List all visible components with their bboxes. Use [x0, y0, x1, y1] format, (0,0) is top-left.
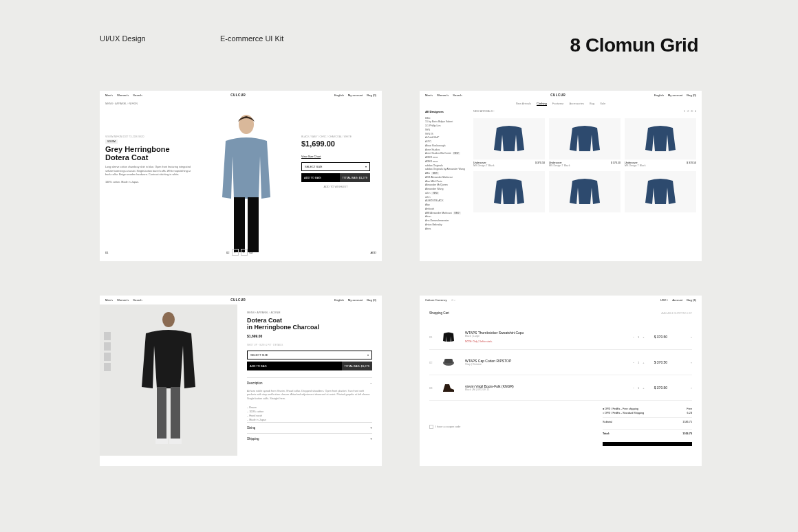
svg-rect-5: [171, 387, 180, 439]
item-index: 01: [429, 335, 439, 339]
nav-womens[interactable]: Women's: [437, 93, 449, 97]
product-card[interactable]: [625, 171, 696, 212]
screen-product-detail-light: Men's Women's Search CULCUR English My a…: [100, 91, 382, 261]
product-image[interactable]: [100, 304, 237, 456]
product-card[interactable]: UndercoverMS Design T Black$ 370.50: [549, 118, 621, 167]
remove-item[interactable]: ×: [691, 361, 692, 364]
total-value: 1106.75: [682, 432, 692, 435]
accordion-shipping[interactable]: Shipping+: [247, 433, 372, 444]
nav-search[interactable]: Search: [133, 93, 142, 97]
sort-label[interactable]: NEW ARRIVALS •: [473, 110, 495, 113]
qty-plus[interactable]: +: [643, 386, 644, 390]
product-image[interactable]: [191, 108, 301, 252]
thumbnail[interactable]: [104, 363, 111, 371]
qty-minus[interactable]: −: [633, 386, 634, 390]
topnav: Men's Women's Search CULCUR English My a…: [100, 296, 382, 304]
brand-badge[interactable]: VISVIM: [105, 140, 118, 144]
item-image[interactable]: [439, 380, 458, 395]
accordion-sizing[interactable]: Sizing+: [247, 422, 372, 433]
remove-item[interactable]: ×: [691, 386, 692, 390]
nav-bag[interactable]: Bag (0): [367, 93, 376, 97]
product-price: $1,699.00: [301, 140, 370, 148]
nav-mens[interactable]: Men's: [105, 298, 113, 302]
product-meta-tabs: NEXT UP · SIZE & FIT · DETAILS: [247, 344, 372, 346]
nav-account[interactable]: My account: [348, 93, 363, 97]
nav-bag[interactable]: Bag (0): [687, 93, 696, 97]
add-to-bag-button[interactable]: ADD TO BAG: [301, 173, 340, 182]
designer-filter-item[interactable]: Aries: [425, 228, 473, 232]
add-label[interactable]: ADD: [371, 251, 376, 254]
item-variant: Black | M | US | UK 11: [465, 388, 623, 391]
nav-search[interactable]: Search: [453, 93, 462, 97]
next-button[interactable]: ›: [241, 249, 248, 256]
nav-mens[interactable]: Men's: [105, 93, 113, 97]
pagination[interactable]: 1 · 2 · 3 · 4: [684, 110, 696, 113]
tab-new-arrivals[interactable]: New Arrivals: [516, 102, 531, 106]
brand-name[interactable]: Culture Currency: [425, 298, 447, 302]
product-card[interactable]: UndercoverMS Design T Black$ 370.50: [473, 118, 545, 167]
nav-lang[interactable]: English: [334, 298, 344, 302]
svg-rect-7: [169, 439, 182, 444]
thumbnail[interactable]: [104, 353, 111, 361]
breadcrumb[interactable]: MENS › APPAREL › ACRNM: [247, 311, 372, 314]
currency-select[interactable]: USD •: [660, 298, 668, 302]
svg-rect-6: [155, 439, 168, 444]
add-to-bag-button[interactable]: ADD TO BAG: [247, 362, 342, 370]
thumbnail[interactable]: [104, 342, 111, 351]
size-chart-link[interactable]: View Size Chart: [301, 155, 370, 158]
product-card[interactable]: UndercoverMS Design T Black$ 370.50: [625, 118, 696, 167]
qty-plus[interactable]: +: [643, 361, 644, 364]
product-origin: 100% cotton. Made in Japan.: [105, 181, 191, 184]
bag-total: TOTAL BAG: $1,279: [340, 173, 370, 182]
wishlist-button[interactable]: ADD TO WISHLIST: [301, 185, 370, 188]
nav-bag[interactable]: Bag (0): [367, 298, 376, 302]
topnav: Culture Currency ⊙ ⌕ USD • Account Bag (…: [420, 296, 702, 304]
nav-lang[interactable]: English: [334, 93, 344, 97]
nav-search[interactable]: Search: [133, 298, 142, 302]
brand-logo[interactable]: CULCUR: [230, 93, 246, 97]
size-select[interactable]: SELECT SIZE▾: [301, 162, 370, 171]
item-price: $ 370.50: [654, 386, 685, 390]
topnav: Men's Women's Search CULCUR English My a…: [100, 91, 382, 100]
prev-button[interactable]: ‹: [232, 249, 239, 256]
search-icon[interactable]: ⊙ ⌕: [451, 298, 456, 302]
tab-bag[interactable]: Bag: [590, 102, 594, 106]
nav-account[interactable]: My account: [348, 298, 363, 302]
nav-bag[interactable]: Bag (3): [687, 298, 696, 302]
plus-icon: +: [370, 426, 372, 430]
nav-lang[interactable]: English: [654, 93, 664, 97]
checkout-button[interactable]: [603, 442, 692, 446]
remove-item[interactable]: ×: [691, 335, 692, 339]
thumbnail[interactable]: [104, 332, 111, 340]
qty-minus[interactable]: −: [633, 335, 634, 339]
nav-account[interactable]: My account: [668, 93, 682, 97]
size-select[interactable]: SELECT SIZE▾: [247, 351, 372, 359]
brand-logo[interactable]: CULCUR: [230, 298, 246, 302]
cart-item: 02WTAPS Cap Cotton RIPSTOPGray | Onesize…: [429, 350, 692, 375]
qty-minus[interactable]: −: [633, 361, 634, 364]
nav-account[interactable]: Account: [672, 298, 682, 302]
item-image[interactable]: [439, 329, 458, 344]
shipping-option-free[interactable]: ● DPD / FedEx - Free shippingFree: [603, 408, 692, 410]
tab-footwear[interactable]: Footwear: [552, 102, 564, 106]
tab-sale[interactable]: Sale: [600, 102, 605, 106]
product-title: Grey HerringboneDotera Coat: [105, 145, 191, 162]
minus-icon: −: [370, 381, 372, 385]
breadcrumb[interactable]: MENS › APPAREL › NIFKIN: [100, 100, 382, 108]
product-card[interactable]: [473, 171, 545, 212]
accordion-description[interactable]: Description−: [247, 377, 372, 388]
qty-value: 1: [638, 361, 639, 364]
product-card[interactable]: [549, 171, 621, 212]
brand-logo[interactable]: CULCUR: [550, 93, 565, 97]
shipping-option-standard[interactable]: ○ DPD / FedEx - Standard Shipping6.23: [603, 412, 692, 414]
tab-accessories[interactable]: Accessories: [569, 102, 584, 106]
item-image[interactable]: [439, 355, 458, 370]
nav-womens[interactable]: Women's: [117, 93, 129, 97]
nav-mens[interactable]: Men's: [425, 93, 433, 97]
product-meta: VISVIM NIFKIN 020T TX-20/S SS20: [105, 135, 191, 138]
qty-plus[interactable]: +: [643, 335, 644, 339]
tab-clothing[interactable]: Clothing: [537, 102, 547, 106]
stock-note: NOTE: Only 2 left in stock.: [465, 340, 623, 343]
coupon-input[interactable]: I have a coupon code: [429, 408, 460, 446]
nav-womens[interactable]: Women's: [117, 298, 129, 302]
